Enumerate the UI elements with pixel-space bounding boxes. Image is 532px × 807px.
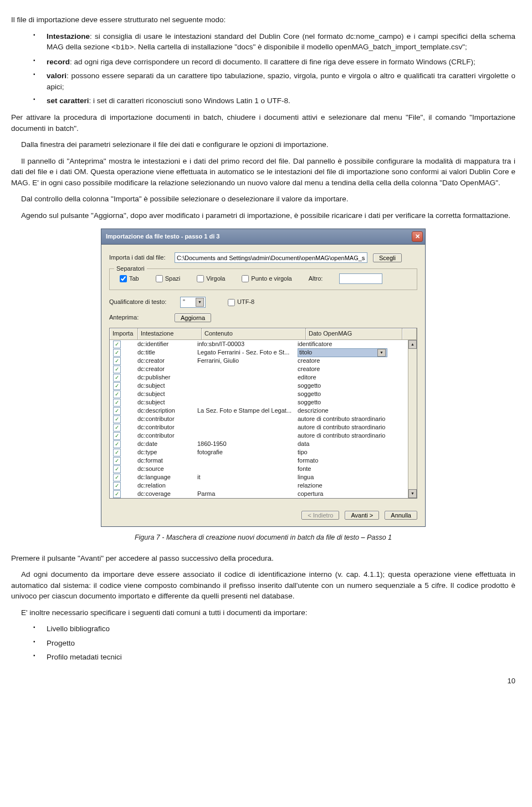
col-contenuto[interactable]: Contenuto	[202, 328, 306, 339]
cell-dato-openmag[interactable]: identificatore	[298, 340, 408, 349]
import-dialog: Importazione da file testo - passo 1 di …	[101, 229, 426, 527]
table-row: ✓dc:sourcefonte	[110, 465, 408, 473]
cell-intestazione: dc:identifier	[137, 340, 197, 349]
bullet-bold: record	[47, 58, 70, 66]
cell-dato-openmag[interactable]: soggetto	[298, 390, 408, 399]
spazi-checkbox[interactable]: Spazi	[156, 275, 181, 283]
cell-dato-openmag[interactable]: titolo▼	[298, 348, 408, 357]
cell-dato-openmag[interactable]: autore di contributo straordinario	[298, 423, 408, 432]
list-item: valori: possono essere separati da un ca…	[11, 70, 515, 92]
dialog-titlebar[interactable]: Importazione da file testo - passo 1 di …	[101, 229, 425, 245]
import-checkbox[interactable]: ✓	[110, 424, 137, 432]
table-row: ✓dc:creatorFerrarini, Giuliocreatore	[110, 357, 408, 365]
paragraph: Agendo sul pulsante "Aggiorna", dopo ave…	[11, 210, 515, 221]
altro-input[interactable]	[339, 273, 382, 284]
import-file-label: Importa i dati dal file:	[109, 253, 175, 262]
list-item: Progetto	[11, 638, 515, 649]
close-icon[interactable]: ✕	[412, 231, 423, 242]
table-row: ✓dc:subjectsoggetto	[110, 390, 408, 398]
import-checkbox[interactable]: ✓	[110, 341, 137, 348]
virgola-checkbox[interactable]: Virgola	[197, 275, 225, 283]
import-file-input[interactable]	[175, 252, 367, 263]
import-checkbox[interactable]: ✓	[110, 366, 137, 373]
cell-intestazione: dc:description	[137, 407, 197, 415]
table-row: ✓dc:relationrelazione	[110, 481, 408, 490]
cell-intestazione: dc:source	[137, 465, 197, 474]
cell-dato-openmag[interactable]: tipo	[298, 448, 408, 457]
bullet-list-1: Intestazione: si consiglia di usare le i…	[11, 31, 515, 106]
anteprima-label: Anteprima:	[109, 313, 175, 322]
import-checkbox[interactable]: ✓	[110, 432, 137, 440]
cell-dato-openmag[interactable]: fonte	[298, 465, 408, 474]
import-checkbox[interactable]: ✓	[110, 474, 137, 481]
import-checkbox[interactable]: ✓	[110, 440, 137, 448]
bullet-bold: set caratteri	[47, 97, 89, 105]
import-checkbox[interactable]: ✓	[110, 415, 137, 423]
cell-dato-openmag[interactable]: autore di contributo straordinario	[298, 432, 408, 440]
next-button[interactable]: Avanti >	[345, 511, 379, 520]
cell-dato-openmag[interactable]: editore	[298, 373, 408, 382]
qualifier-combo[interactable]: " ▼	[180, 297, 206, 308]
cell-dato-openmag[interactable]: autore di contributo straordinario	[298, 415, 408, 424]
cell-dato-openmag[interactable]: soggetto	[298, 398, 408, 407]
cell-contenuto: La Sez. Foto e Stampe del Legat...	[197, 407, 298, 415]
col-importa[interactable]: Importa	[110, 328, 138, 339]
cell-dato-openmag[interactable]: copertura	[298, 490, 408, 499]
bullet-list-2: Livello bibliografico Progetto Profilo m…	[11, 623, 515, 663]
cell-dato-openmag[interactable]: relazione	[298, 481, 408, 490]
import-checkbox[interactable]: ✓	[110, 374, 137, 382]
browse-button[interactable]: Scegli	[373, 253, 402, 262]
utf8-checkbox[interactable]: UTF-8	[228, 298, 254, 307]
tab-checkbox[interactable]: Tab	[120, 275, 139, 283]
table-row: ✓dc:contributorautore di contributo stra…	[110, 415, 408, 423]
page-number: 10	[11, 676, 515, 687]
cell-dato-openmag[interactable]: formato	[298, 456, 408, 465]
bullet-bold: valori	[47, 72, 66, 80]
import-checkbox[interactable]: ✓	[110, 457, 137, 465]
import-checkbox[interactable]: ✓	[110, 482, 137, 490]
list-item: Intestazione: si consiglia di usare le i…	[11, 31, 515, 53]
scroll-down-icon[interactable]: ▼	[408, 489, 417, 498]
import-checkbox[interactable]: ✓	[110, 399, 137, 407]
cell-intestazione: dc:publisher	[137, 373, 197, 382]
cell-contenuto: it	[197, 473, 298, 482]
scroll-up-icon[interactable]: ▲	[408, 340, 417, 349]
import-checkbox[interactable]: ✓	[110, 357, 137, 365]
import-checkbox[interactable]: ✓	[110, 390, 137, 398]
scrollbar[interactable]: ▲ ▼	[408, 340, 417, 498]
cell-dato-openmag[interactable]: creatore	[298, 357, 408, 366]
cell-intestazione: dc:date	[137, 440, 197, 449]
scroll-header	[402, 328, 417, 339]
cell-dato-openmag[interactable]: data	[298, 440, 408, 449]
import-checkbox[interactable]: ✓	[110, 490, 137, 498]
cell-dato-openmag[interactable]: lingua	[298, 473, 408, 482]
table-row: ✓dc:subjectsoggetto	[110, 398, 408, 407]
aggiorna-button[interactable]: Aggiorna	[175, 313, 211, 322]
import-checkbox[interactable]: ✓	[110, 349, 137, 357]
punto-virgola-checkbox[interactable]: Punto e virgola	[242, 275, 291, 283]
import-checkbox[interactable]: ✓	[110, 407, 137, 415]
col-intestazione[interactable]: Intestazione	[138, 328, 202, 339]
cell-contenuto: Legato Ferrarini - Sez. Foto e St...	[197, 348, 298, 357]
table-row: ✓dc:descriptionLa Sez. Foto e Stampe del…	[110, 407, 408, 415]
cell-intestazione: dc:format	[137, 456, 197, 465]
cancel-button[interactable]: Annulla	[385, 511, 417, 520]
table-row: ✓dc:languageitlingua	[110, 473, 408, 481]
paragraph: Dal controllo della colonna "Importa" è …	[11, 194, 515, 205]
cell-dato-openmag[interactable]: descrizione	[298, 407, 408, 415]
cell-dato-openmag[interactable]: soggetto	[298, 382, 408, 390]
bullet-bold: Intestazione	[47, 32, 90, 40]
bullet-code: <bib>	[111, 43, 134, 52]
dialog-title: Importazione da file testo - passo 1 di …	[106, 232, 219, 241]
col-dato-openmag[interactable]: Dato OpenMAG	[306, 328, 402, 339]
paragraph: Dalla finestra dei parametri selezionare…	[11, 139, 515, 150]
table-row: ✓dc:formatformato	[110, 456, 408, 465]
separators-fieldset: Separatori Tab Spazi Virgola Punto e vir…	[109, 268, 417, 290]
import-checkbox[interactable]: ✓	[110, 465, 137, 473]
bullet-text: : ad ogni riga deve corrispondere un rec…	[70, 58, 475, 66]
cell-dato-openmag[interactable]: creatore	[298, 365, 408, 374]
cell-intestazione: dc:relation	[137, 481, 197, 490]
import-checkbox[interactable]: ✓	[110, 382, 137, 390]
table-row: ✓dc:date1860-1950data	[110, 440, 408, 448]
import-checkbox[interactable]: ✓	[110, 449, 137, 456]
